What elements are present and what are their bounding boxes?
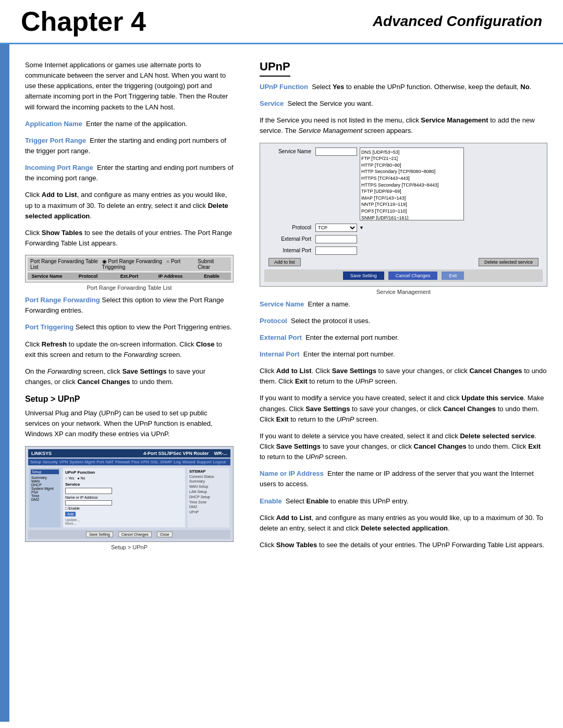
enable-desc: Enable Select Enable to enable this UPnP… — [260, 496, 547, 507]
table-caption: Port Range Forwarding Table List — [25, 285, 234, 291]
cancel-btn-router[interactable]: Cancel Changes — [118, 532, 152, 537]
name-ip-desc: Name or IP Address Enter the name or IP … — [260, 468, 547, 489]
sm-name-and-list: DNS [UDP/53~53] FTP [TCP/21~21] HTTP [TC… — [315, 147, 543, 220]
sitemap-content: Connect Status Summary WAN Setup LAN Set… — [189, 474, 228, 515]
sm-external-port-input[interactable] — [315, 235, 357, 243]
right-column: UPnP UPnP Function Select Yes to enable … — [249, 60, 563, 722]
router-left-panel: Setup SummaryWANDHCPSystem MgmtPortTimeD… — [29, 468, 60, 527]
sm-label-internal-port: Internal Port — [264, 246, 311, 253]
service-dropdown-sim[interactable] — [65, 488, 112, 494]
nav-logout[interactable]: Logout — [213, 460, 226, 464]
table-tab-options: ◉ Port Range Forwarding ○ Port Triggerin… — [102, 258, 198, 270]
sitemap-label: SITEMAP — [189, 470, 228, 473]
term-application-name: Application Name — [25, 120, 82, 128]
router-right-panel: SITEMAP Connect Status Summary WAN Setup… — [188, 468, 229, 527]
router-brand: LINKSYS — [31, 451, 52, 456]
table-title-text: Port Range Forwarding Table List — [30, 258, 102, 270]
sm-row-protocol: Protocol TCP UDP Both ▼ — [264, 224, 543, 232]
service-mgmt-para: If the Service you need is not listed in… — [260, 115, 547, 136]
sm-row-external-port: External Port — [264, 235, 543, 243]
nav-port[interactable]: Port — [96, 460, 104, 464]
add-to-list-para: Click Add to List, and configure as many… — [25, 190, 234, 221]
router-caption: Setup > UPnP — [25, 544, 234, 550]
table-buttons: Submit Clear — [198, 258, 228, 270]
incoming-port-range-term: Incoming Port Range Enter the starting a… — [25, 163, 234, 183]
name-ip-input-sim[interactable] — [65, 500, 112, 505]
more-options: Update...More... — [65, 518, 183, 525]
sm-exit-btn[interactable]: Exit — [442, 272, 464, 280]
term-service: Service — [260, 100, 284, 107]
refresh-close-para: Click Refresh to update the on-screen in… — [25, 339, 234, 360]
setup-upnp-heading: Setup > UPnP — [25, 394, 234, 404]
col-enable: Enable — [195, 274, 228, 279]
add-to-list-desc: Click Add to List. Click Save Settings t… — [260, 366, 547, 387]
nav-vpn[interactable]: VPN — [59, 460, 68, 464]
nav-system-mgmt[interactable]: System Mgmt — [69, 460, 95, 464]
page-header: Chapter 4 Advanced Configuration — [0, 0, 563, 44]
setup-intro-para: Universal Plug and Play (UPnP) can be us… — [25, 408, 234, 439]
sm-row-service-name: Service Name DNS [UDP/53~53] FTP [TCP/21… — [264, 147, 543, 220]
nav-ssl[interactable]: SSL — [151, 460, 158, 464]
term-service-name: Service Name — [260, 300, 304, 308]
sm-service-name-input[interactable] — [315, 147, 357, 156]
nav-setup[interactable]: Setup — [30, 460, 41, 464]
nav-wizard[interactable]: Wizard — [182, 460, 195, 464]
upnp-yes-no: ○ Yes ● No — [65, 476, 183, 480]
save-btn-router[interactable]: Save Setting — [86, 532, 113, 537]
sm-label-service-name: Service Name — [264, 147, 311, 154]
sm-internal-port-input[interactable] — [315, 246, 357, 255]
term-enable: Enable — [260, 497, 282, 505]
blue-accent-bar — [0, 44, 9, 722]
col-ext-port: Ext.Port — [113, 274, 146, 279]
external-port-desc: External Port Enter the external port nu… — [260, 332, 547, 343]
nav-ips[interactable]: Plus VPN — [131, 460, 149, 464]
final-show-desc: Click Show Tables to see the details of … — [260, 540, 547, 550]
nav-log[interactable]: Log — [174, 460, 180, 464]
nav-support[interactable]: Support — [197, 460, 212, 464]
nav-security[interactable]: Security — [43, 460, 58, 464]
term-protocol: Protocol — [260, 317, 287, 325]
close-btn-router[interactable]: Close — [157, 532, 173, 537]
setup-tab: Setup — [31, 470, 59, 474]
term-name-ip: Name or IP Address — [260, 470, 324, 477]
term-trigger-port-range: Trigger Port Range — [25, 137, 86, 144]
term-internal-port: Internal Port — [260, 350, 300, 358]
left-nav-items: SummaryWANDHCPSystem MgmtPortTimeDMZ — [31, 475, 59, 502]
final-add-desc: Click Add to List, and configure as many… — [260, 513, 547, 534]
sm-label-external-port: External Port — [264, 235, 311, 242]
sm-cancel-btn[interactable]: Cancel Changes — [388, 272, 438, 280]
col-protocol: Protocol — [71, 274, 105, 279]
sm-footer: Save Setting Cancel Changes Exit — [264, 269, 543, 282]
trigger-port-range-term: Trigger Port Range Enter the starting an… — [25, 135, 234, 156]
nav-firewall[interactable]: Firewall — [115, 460, 130, 464]
sm-input-and-list: DNS [UDP/53~53] FTP [TCP/21~21] HTTP [TC… — [315, 147, 543, 220]
sm-row-internal-port: Internal Port — [264, 246, 543, 255]
table-title-bar: Port Range Forwarding Table List ◉ Port … — [28, 257, 231, 271]
show-tables-para: Click Show Tables to see the details of … — [25, 228, 234, 249]
sm-protocol-select-wrapper: TCP UDP Both ▼ — [315, 224, 364, 232]
router-nav: Setup Security VPN System Mgmt Port NAT … — [28, 459, 230, 465]
upnp-function-desc: UPnP Function Select Yes to enable the U… — [260, 82, 547, 92]
router-main-panel: UPnP Function ○ Yes ● No Service Name or… — [63, 468, 185, 527]
sm-protocol-select[interactable]: TCP UDP Both — [315, 224, 357, 232]
sm-delete-selected-btn[interactable]: Delete selected service — [479, 258, 538, 266]
router-header: LINKSYS 4-Port SSL/IPSec VPN Router WR-.… — [28, 449, 230, 458]
sm-add-to-list-btn[interactable]: Add to list — [268, 258, 301, 266]
app-name-term: Application Name Enter the name of the a… — [25, 119, 234, 129]
forwarding-save-para: On the Forwarding screen, click Save Set… — [25, 366, 234, 387]
term-external-port: External Port — [260, 334, 302, 341]
sm-service-list[interactable]: DNS [UDP/53~53] FTP [TCP/21~21] HTTP [TC… — [360, 147, 464, 220]
add-btn-router[interactable]: Add — [65, 512, 76, 516]
sm-save-btn[interactable]: Save Setting — [343, 272, 384, 280]
left-column: Some Internet applications or games use … — [9, 60, 249, 722]
table-header-row: Service Name Protocol Ext.Port IP Addres… — [28, 273, 231, 280]
term-port-range-forwarding: Port Range Forwarding — [25, 296, 100, 304]
router-footer: Save Setting Cancel Changes Close — [28, 530, 230, 539]
nav-snmp[interactable]: SNMP — [160, 460, 172, 464]
nav-nat[interactable]: NAT — [106, 460, 114, 464]
chapter-title: Chapter 4 — [21, 5, 373, 38]
sm-caption: Service Management — [260, 289, 547, 295]
col-ip-address: IP Address — [154, 274, 187, 279]
delete-service-desc: If you want to delete a service you have… — [260, 431, 547, 462]
service-management-box: Service Name DNS [UDP/53~53] FTP [TCP/21… — [260, 143, 547, 287]
